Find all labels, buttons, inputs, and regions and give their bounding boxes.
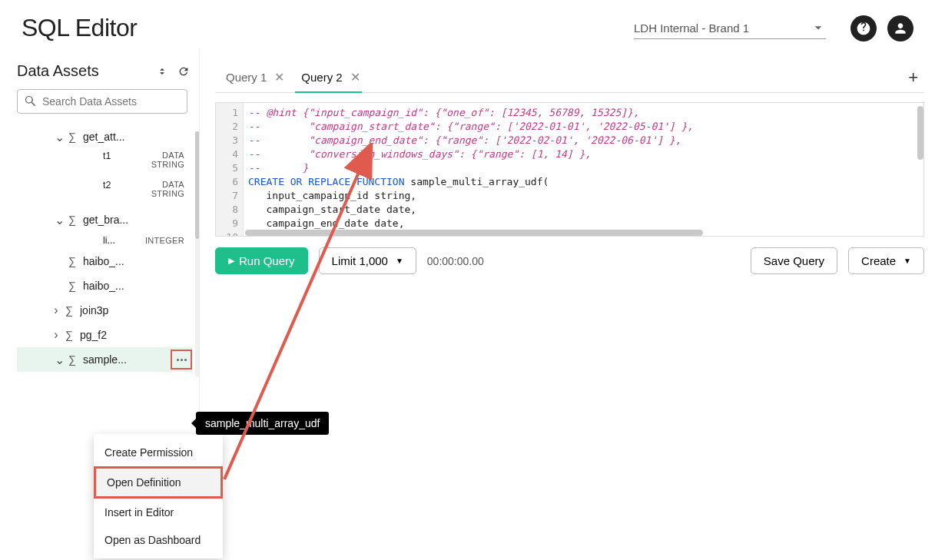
refresh-icon	[177, 65, 190, 78]
search-icon	[24, 94, 38, 108]
help-button[interactable]	[850, 15, 877, 41]
tree-node[interactable]: ⌄get_att...	[17, 124, 192, 149]
column-row[interactable]: t1DATASTRING	[17, 149, 192, 178]
account-icon	[893, 21, 908, 36]
column-type: DATASTRING	[131, 180, 192, 198]
tab[interactable]: Query 2✕	[290, 62, 366, 92]
collapse-all-button[interactable]	[154, 63, 171, 80]
context-menu-item[interactable]: Create Permission	[94, 439, 223, 466]
brand-select[interactable]: LDH Internal - Brand 1	[634, 17, 826, 39]
context-menu-item[interactable]: Open as Dashboard	[94, 526, 223, 554]
tab[interactable]: Query 1✕	[215, 62, 290, 92]
tree-node[interactable]: ›pg_f2	[17, 323, 192, 347]
node-label: haibo_...	[83, 255, 192, 267]
column-name: t2	[103, 180, 131, 191]
context-menu-item[interactable]: Open Definition	[94, 466, 223, 499]
column-name: t1	[103, 151, 131, 161]
node-label: get_bra...	[83, 214, 192, 226]
account-button[interactable]	[887, 15, 913, 41]
code-editor[interactable]: 12345678910 -- @hint {"input_campaign_id…	[215, 102, 924, 237]
search-input-wrap[interactable]	[17, 89, 187, 114]
more-actions-button[interactable]	[171, 350, 192, 369]
gutter: 12345678910	[216, 103, 244, 236]
node-label: haibo_...	[83, 280, 192, 292]
sidebar-title: Data Assets	[17, 62, 149, 80]
page-title: SQL Editor	[22, 14, 634, 42]
chevron-down-icon[interactable]: ⌄	[54, 353, 65, 367]
code-scrollbar-v[interactable]	[917, 106, 923, 160]
elapsed-time: 00:00:00.00	[427, 255, 484, 267]
editor-panel: Query 1✕Query 2✕+ 12345678910 -- @hint {…	[199, 48, 935, 555]
search-input[interactable]	[42, 95, 181, 108]
node-label: pg_f2	[80, 329, 192, 341]
code-scrollbar-h[interactable]	[245, 230, 703, 236]
tab-bar: Query 1✕Query 2✕+	[215, 62, 924, 93]
refresh-button[interactable]	[175, 63, 192, 80]
chevron-down-icon[interactable]: ⌄	[54, 213, 65, 227]
header: SQL Editor LDH Internal - Brand 1	[0, 0, 935, 48]
column-row[interactable]: t2DATASTRING	[17, 178, 192, 207]
node-label: join3p	[80, 304, 192, 316]
asset-tree: ⌄get_att...t1DATASTRINGt2DATASTRING⌄get_…	[17, 124, 192, 372]
tab-label: Query 2	[301, 71, 342, 84]
function-icon	[63, 329, 75, 341]
action-row: Run Query Limit 1,000▼ 00:00:00.00 Save …	[215, 247, 924, 274]
collapse-icon	[157, 66, 167, 77]
chevron-down-icon[interactable]: ⌄	[54, 130, 65, 144]
function-icon	[66, 280, 78, 292]
run-query-button[interactable]: Run Query	[215, 247, 308, 274]
brand-label: LDH Internal - Brand 1	[634, 22, 811, 35]
tooltip: sample_multi_array_udf	[196, 412, 329, 435]
tree-node[interactable]: ⌄get_bra...	[17, 207, 192, 232]
help-icon	[856, 21, 871, 36]
context-menu: Create PermissionOpen DefinitionInsert i…	[94, 434, 223, 558]
node-label: get_att...	[83, 131, 192, 143]
column-row[interactable]: li...INTEGER	[17, 232, 192, 249]
function-icon	[66, 353, 78, 366]
function-icon	[63, 304, 75, 316]
tree-node[interactable]: haibo_...	[17, 249, 192, 273]
caret-down-icon	[811, 20, 826, 35]
add-tab-button[interactable]: +	[902, 68, 924, 88]
create-button[interactable]: Create▼	[848, 247, 924, 274]
tree-node[interactable]: haibo_...	[17, 273, 192, 298]
node-label: sample...	[83, 353, 169, 366]
tab-label: Query 1	[226, 71, 267, 84]
chevron-right-icon[interactable]: ›	[51, 328, 61, 342]
tree-node[interactable]: ⌄sample...	[17, 347, 192, 372]
code-content[interactable]: -- @hint {"input_campaign_id": {"one_of"…	[244, 103, 923, 236]
column-type: DATASTRING	[131, 151, 192, 169]
close-icon[interactable]: ✕	[274, 70, 284, 84]
context-menu-item[interactable]: Insert in Editor	[94, 499, 223, 526]
column-type: INTEGER	[131, 236, 192, 245]
chevron-right-icon[interactable]: ›	[51, 303, 61, 317]
limit-select[interactable]: Limit 1,000▼	[319, 247, 416, 274]
function-icon	[66, 255, 78, 267]
function-icon	[66, 214, 78, 226]
function-icon	[66, 131, 78, 143]
close-icon[interactable]: ✕	[350, 70, 360, 84]
column-name: li...	[103, 235, 131, 246]
tree-node[interactable]: ›join3p	[17, 298, 192, 323]
save-query-button[interactable]: Save Query	[751, 247, 837, 274]
